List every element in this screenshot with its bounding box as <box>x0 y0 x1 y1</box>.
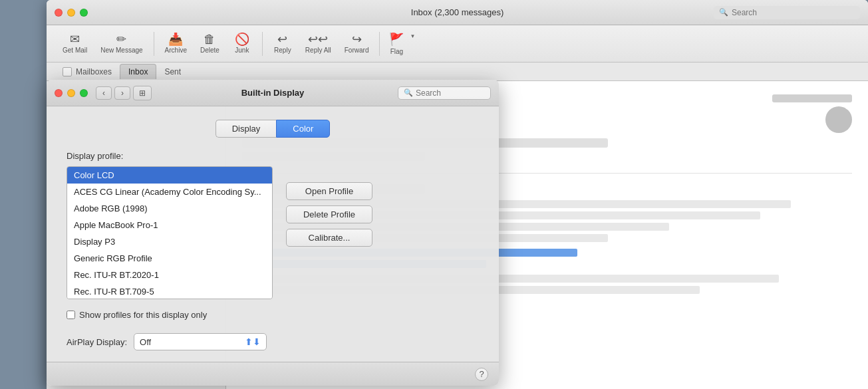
junk-button[interactable]: 🚫 Junk <box>227 31 257 57</box>
panel-navigation: ‹ › <box>96 86 130 100</box>
delete-profile-button[interactable]: Delete Profile <box>286 205 372 223</box>
archive-label: Archive <box>165 47 187 54</box>
window-title: Inbox (2,300 messages) <box>411 7 504 17</box>
delete-icon: 🗑 <box>204 33 216 45</box>
avatar <box>825 106 852 133</box>
reply-label: Reply <box>274 47 291 54</box>
new-message-icon: ✏ <box>116 33 126 45</box>
help-button[interactable]: ? <box>475 368 488 381</box>
profile-list-item[interactable]: Adobe RGB (1998) <box>67 200 272 217</box>
tab-bar: Mailboxes Inbox Sent <box>47 63 868 81</box>
profile-list-item[interactable]: Display P3 <box>67 233 272 250</box>
airplay-label: AirPlay Display: <box>67 337 127 347</box>
title-bar: Inbox (2,300 messages) 🔍 <box>47 0 868 25</box>
panel-title-bar: ‹ › ⊞ Built-in Display 🔍 <box>47 80 499 106</box>
flag-button[interactable]: 🚩 Flag <box>385 29 408 58</box>
search-input[interactable] <box>732 8 855 17</box>
profile-list-item[interactable]: Rec. ITU-R BT.709-5 <box>67 283 272 299</box>
show-profiles-checkbox[interactable] <box>67 311 75 319</box>
toolbar-separator-3 <box>379 32 380 56</box>
sent-tab-label: Sent <box>164 67 181 76</box>
delete-label: Delete <box>200 47 219 54</box>
archive-icon: 📥 <box>168 33 183 45</box>
airplay-select[interactable]: Off ⬆⬇ <box>134 333 267 350</box>
panel-search-icon: 🔍 <box>404 88 413 97</box>
flag-label: Flag <box>390 48 403 55</box>
panel-search-input[interactable] <box>416 88 485 98</box>
reply-all-icon: ↩↩ <box>308 33 328 45</box>
reply-icon: ↩ <box>277 33 287 45</box>
junk-icon: 🚫 <box>235 33 249 45</box>
panel-body: Display Color Display profile: Color LCD… <box>47 106 499 362</box>
airplay-dropdown-icon: ⬆⬇ <box>245 336 261 347</box>
profile-label: Display profile: <box>67 151 479 161</box>
show-profiles-label: Show profiles for this display only <box>79 310 207 320</box>
tab-mailboxes[interactable]: Mailboxes <box>55 65 120 79</box>
minimize-button[interactable] <box>67 9 75 17</box>
window-controls <box>55 9 88 17</box>
get-mail-icon: ✉ <box>70 33 80 45</box>
display-tab-button[interactable]: Display <box>216 120 277 138</box>
junk-label: Junk <box>235 47 249 54</box>
reply-button[interactable]: ↩ Reply <box>268 31 297 57</box>
profile-list-item[interactable]: Color LCD <box>67 167 272 184</box>
get-mail-button[interactable]: ✉ Get Mail <box>57 31 92 57</box>
panel-search-box[interactable]: 🔍 <box>398 86 491 100</box>
profile-list[interactable]: Color LCDACES CG Linear (Academy Color E… <box>67 166 273 299</box>
delete-button[interactable]: 🗑 Delete <box>195 31 225 57</box>
panel-grid-button[interactable]: ⊞ <box>133 86 152 100</box>
display-preferences-panel: ‹ › ⊞ Built-in Display 🔍 Display Color D… <box>47 80 499 386</box>
show-profiles-row: Show profiles for this display only <box>67 310 479 320</box>
mailboxes-tab-label: Mailboxes <box>76 67 112 76</box>
forward-label: Forward <box>345 47 369 54</box>
panel-close-button[interactable] <box>55 89 63 97</box>
email-date <box>772 94 852 102</box>
color-tab-label: Color <box>293 124 313 134</box>
new-message-button[interactable]: ✏ New Message <box>95 31 148 57</box>
panel-forward-button[interactable]: › <box>114 86 130 100</box>
segment-control: Display Color <box>67 120 479 138</box>
get-mail-label: Get Mail <box>63 47 87 54</box>
archive-button[interactable]: 📥 Archive <box>160 31 192 57</box>
airplay-row: AirPlay Display: Off ⬆⬇ <box>67 333 479 350</box>
profile-section: Color LCDACES CG Linear (Academy Color E… <box>67 166 479 299</box>
maximize-button[interactable] <box>80 9 88 17</box>
toolbar-separator-2 <box>262 32 263 56</box>
calibrate-button[interactable]: Calibrate... <box>286 229 372 247</box>
flag-group: 🚩 Flag ▼ <box>385 29 417 58</box>
color-tab-button[interactable]: Color <box>276 120 330 138</box>
airplay-value: Off <box>140 337 151 347</box>
toolbar: ✉ Get Mail ✏ New Message 📥 Archive 🗑 Del… <box>47 25 868 63</box>
forward-button[interactable]: ↪ Forward <box>339 31 374 57</box>
mailboxes-checkbox-icon <box>63 67 72 76</box>
panel-footer: ? <box>47 362 499 386</box>
profile-list-item[interactable]: Rec. ITU-R BT.2020-1 <box>67 267 272 283</box>
new-message-label: New Message <box>100 47 142 54</box>
tab-inbox[interactable]: Inbox <box>120 64 156 79</box>
inbox-tab-label: Inbox <box>128 67 148 76</box>
flag-dropdown-button[interactable]: ▼ <box>408 29 417 42</box>
panel-maximize-button[interactable] <box>80 89 88 97</box>
panel-window-controls <box>55 89 88 97</box>
close-button[interactable] <box>55 9 63 17</box>
profile-list-item[interactable]: Generic RGB Profile <box>67 250 272 267</box>
panel-title: Built-in Display <box>241 88 305 98</box>
chevron-down-icon: ▼ <box>410 33 415 39</box>
panel-minimize-button[interactable] <box>67 89 75 97</box>
open-profile-button[interactable]: Open Profile <box>286 182 372 200</box>
reply-all-button[interactable]: ↩↩ Reply All <box>300 31 337 57</box>
profile-list-item[interactable]: ACES CG Linear (Academy Color Encoding S… <box>67 184 272 200</box>
toolbar-separator-1 <box>154 32 154 56</box>
flag-icon: 🚩 <box>389 32 404 47</box>
panel-back-button[interactable]: ‹ <box>96 86 112 100</box>
profile-buttons: Open Profile Delete Profile Calibrate... <box>286 166 372 299</box>
profile-list-item[interactable]: Apple MacBook Pro-1 <box>67 217 272 233</box>
display-tab-label: Display <box>232 124 261 134</box>
search-icon: 🔍 <box>719 8 728 17</box>
reply-all-label: Reply All <box>305 47 331 54</box>
tab-sent[interactable]: Sent <box>156 65 189 79</box>
forward-icon: ↪ <box>352 33 362 45</box>
title-search-box[interactable]: 🔍 <box>714 6 860 19</box>
